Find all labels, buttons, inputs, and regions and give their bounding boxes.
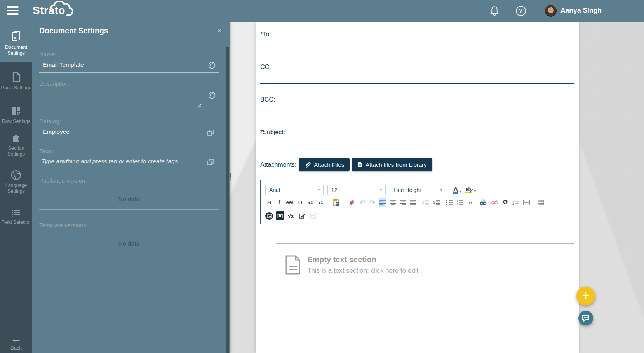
chevron-down-icon: ▾ <box>474 189 476 193</box>
sidebar-item-field-selector[interactable]: Field Selector <box>0 204 32 225</box>
sidebar-item-row-settings[interactable]: Row Settings <box>0 102 32 125</box>
copy-icon[interactable] <box>207 159 214 166</box>
sidebar-item-document-settings[interactable]: Document Settings <box>0 22 32 62</box>
panel-resize-handle[interactable] <box>229 173 232 180</box>
subject-input[interactable] <box>260 149 574 149</box>
numbered-list-button[interactable]: 1 2 3 <box>456 198 464 207</box>
chevron-down-icon: ▾ <box>460 190 461 194</box>
font-family-dropdown[interactable]: Arial ▾ <box>265 185 324 195</box>
to-input[interactable] <box>260 51 574 51</box>
published-version-label: Published version: <box>39 177 87 184</box>
topbar-separator <box>507 5 507 17</box>
bulleted-list-button[interactable] <box>446 198 454 207</box>
sidebar-item-section-settings[interactable]: Section Settings <box>0 128 32 157</box>
font-color-button[interactable]: A ▾ <box>453 187 461 194</box>
document-icon <box>357 161 362 168</box>
text-page-icon <box>285 255 301 275</box>
hamburger-menu-icon[interactable] <box>7 6 19 16</box>
align-left-button[interactable] <box>379 198 386 207</box>
undo-button[interactable]: ↶ <box>359 198 366 207</box>
bcc-input[interactable] <box>260 116 574 116</box>
sidebar-item-label: Row Settings <box>0 119 32 125</box>
formula-button[interactable]: √x <box>287 211 295 220</box>
user-name[interactable]: Aanya Singh <box>560 7 602 15</box>
align-center-button[interactable] <box>389 198 397 207</box>
unlink-icon <box>491 199 498 206</box>
cc-input[interactable] <box>260 83 574 84</box>
template-versions-label: Template versions: <box>39 222 88 228</box>
edit-source-button[interactable] <box>298 211 306 220</box>
blockquote-button[interactable]: ” <box>466 198 474 207</box>
widget-button-disabled <box>309 211 317 220</box>
outdent-button[interactable] <box>421 198 430 207</box>
subscript-button[interactable]: x2 <box>317 198 324 207</box>
section-divider <box>39 209 219 210</box>
tags-underline <box>39 168 219 168</box>
resize-handle-icon[interactable] <box>197 103 202 108</box>
bold-button[interactable]: B <box>265 198 273 207</box>
attachments-label: Attachments: <box>260 161 296 168</box>
conditional-if-button[interactable]: [if] <box>276 211 284 220</box>
link-icon <box>480 199 487 206</box>
tags-input[interactable]: Type anything and press tab or enter to … <box>42 158 178 165</box>
empty-section-title: Empty text section <box>307 255 376 264</box>
strikethrough-button[interactable]: abc <box>285 198 294 207</box>
italic-button[interactable]: I <box>275 198 283 207</box>
notifications-bell-icon[interactable] <box>489 6 500 16</box>
underline-button[interactable]: U <box>296 198 304 207</box>
unlink-button[interactable] <box>490 198 499 207</box>
back-arrow-icon: ← <box>0 332 32 344</box>
panel-scrollbar[interactable] <box>226 47 229 353</box>
sidebar-item-label: Section Settings <box>0 145 32 157</box>
cc-field-label: CC: <box>260 64 271 71</box>
link-button[interactable] <box>479 198 488 207</box>
back-label: Back <box>10 345 22 351</box>
page-break-button[interactable] <box>522 198 531 207</box>
back-button[interactable]: ← Back <box>0 332 32 351</box>
table-button[interactable] <box>537 198 545 207</box>
copy-icon[interactable] <box>207 129 214 136</box>
highlight-color-button[interactable]: ab ▾ <box>465 187 476 193</box>
catalog-underline <box>39 138 219 138</box>
field-selector-icon <box>11 209 21 217</box>
add-section-button[interactable]: + <box>576 287 595 305</box>
user-avatar[interactable] <box>545 5 557 17</box>
close-icon[interactable]: × <box>218 27 222 34</box>
indent-button[interactable] <box>432 198 441 207</box>
sidebar-item-page-settings[interactable]: Page Settings <box>0 66 32 91</box>
globe-icon[interactable] <box>208 62 216 69</box>
attach-files-from-library-button[interactable]: Attach files from Library <box>352 158 432 171</box>
indent-icon <box>433 200 440 205</box>
pencil-square-icon <box>299 213 305 219</box>
template-versions-value: No data <box>39 240 219 247</box>
image-icon <box>267 214 272 218</box>
paste-from-word-button[interactable]: w <box>332 198 340 207</box>
paste-from-word-icon: w <box>332 199 339 206</box>
remove-format-button[interactable]: A <box>348 198 356 207</box>
line-height-dropdown[interactable]: Line Height ▾ <box>390 185 446 195</box>
globe-icon[interactable] <box>208 92 216 99</box>
justify-button[interactable] <box>409 198 417 207</box>
align-left-icon <box>379 200 386 205</box>
empty-text-section[interactable]: Empty text section This is a text sectio… <box>276 244 574 287</box>
superscript-button[interactable]: x2 <box>306 198 314 207</box>
chevron-down-icon: ▾ <box>318 188 320 192</box>
tags-label: Tags: <box>39 148 53 154</box>
document-settings-panel: Document Settings × Name: Email Template… <box>32 22 230 353</box>
insert-image-button[interactable] <box>265 212 273 220</box>
special-character-button[interactable]: Ω <box>501 198 509 207</box>
font-size-dropdown[interactable]: 12 ▾ <box>327 185 386 195</box>
attach-files-button[interactable]: Attach Files <box>299 158 350 171</box>
paperclip-icon <box>305 161 311 168</box>
anchor-button[interactable]: A A <box>512 198 520 207</box>
sidebar-item-label: Document Settings <box>0 45 32 56</box>
align-right-button[interactable] <box>399 198 407 207</box>
catalog-value[interactable]: Employee <box>43 128 70 135</box>
chat-support-button[interactable] <box>578 311 593 325</box>
align-right-icon <box>400 200 406 205</box>
help-icon[interactable]: ? <box>516 6 526 16</box>
name-input[interactable]: Email Template <box>43 61 84 68</box>
sidebar-item-language-settings[interactable]: Language Settings <box>0 165 32 194</box>
redo-button[interactable]: ↷ <box>369 198 376 207</box>
section-settings-icon <box>11 133 22 143</box>
